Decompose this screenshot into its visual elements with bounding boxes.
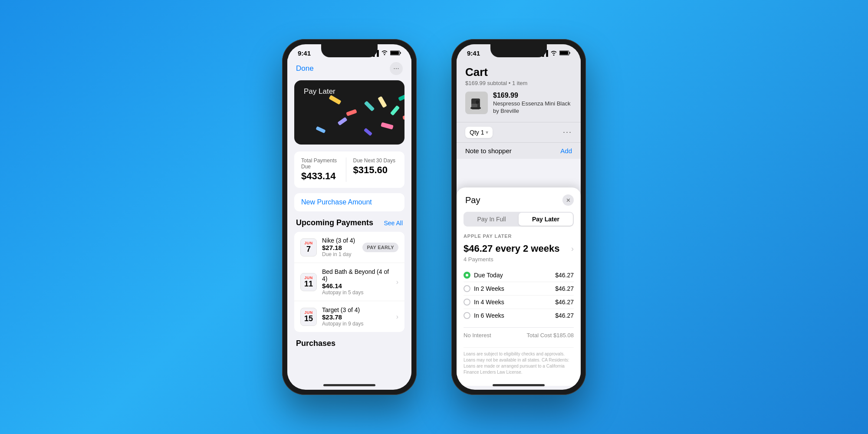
payment-item-target[interactable]: JUN 15 Target (3 of 4) $23.78 Autopay in… — [294, 301, 404, 332]
schedule-label-2w: In 2 Weeks — [474, 285, 504, 292]
more-button[interactable]: ··· — [390, 62, 403, 75]
tab-pay-full[interactable]: Pay In Full — [464, 213, 519, 226]
sprinkle-9 — [402, 114, 404, 120]
new-purchase-label[interactable]: New Purchase Amount — [301, 198, 372, 206]
sprinkle-7 — [378, 96, 387, 108]
apple-pay-logo: Pay — [464, 195, 480, 205]
target-name: Target (3 of 4) — [322, 306, 391, 313]
phone-1-screen: 9:41 ▐▐▐▐ Done ··· — [287, 44, 411, 390]
purchases-title: Purchases — [296, 339, 335, 348]
payment-item-nike[interactable]: JUN 7 Nike (3 of 4) $27.18 Due in 1 day … — [294, 232, 404, 263]
bbb-amount: $46.14 — [322, 282, 391, 289]
no-interest-label: No Interest — [464, 332, 491, 339]
note-label: Note to shopper — [465, 147, 512, 155]
done-button[interactable]: Done — [296, 64, 314, 73]
total-next-label: Due Next 30 Days — [353, 158, 398, 164]
total-due-label: Total Payments Due — [301, 158, 346, 170]
no-interest-row: No Interest Total Cost $185.08 — [464, 327, 574, 343]
total-cost-label: Total Cost $185.08 — [527, 332, 574, 339]
tab-pay-later[interactable]: Pay Later — [519, 213, 573, 226]
nike-sub: Due in 1 day — [322, 251, 357, 257]
schedule-label-today: Due Today — [474, 272, 503, 279]
schedule-item-6w: In 6 Weeks $46.27 — [464, 309, 574, 322]
wifi-icon — [381, 50, 388, 56]
phone-2-screen: 9:41 ▐▐▐▐ Cart $169.99 subtotal • 1 item — [457, 44, 581, 390]
notch-1 — [321, 44, 378, 57]
battery-icon — [390, 50, 401, 56]
close-icon: ✕ — [566, 197, 571, 204]
chevron-icon-2: › — [396, 313, 398, 321]
sprinkle-11 — [398, 94, 404, 101]
qty-chevron-icon: ▾ — [486, 129, 488, 135]
sprinkle-5 — [381, 122, 394, 130]
pay-later-card: Pay Later — [294, 80, 404, 145]
notch-2 — [490, 44, 547, 57]
target-amount: $23.78 — [322, 313, 391, 321]
pay-later-text: Pay Later — [304, 87, 335, 96]
new-purchase-section[interactable]: New Purchase Amount — [294, 193, 404, 211]
more-options-button[interactable]: ··· — [563, 128, 572, 137]
schedule-list: Due Today $46.27 In 2 Weeks $46.27 — [464, 269, 574, 322]
sheet-header: Pay ✕ — [464, 194, 574, 206]
battery-icon-2 — [559, 49, 570, 57]
schedule-left-4w: In 4 Weeks — [464, 299, 504, 306]
schedule-item-today: Due Today $46.27 — [464, 269, 574, 282]
cart-subtitle: $169.99 subtotal • 1 item — [465, 80, 572, 86]
phone2-content: Cart $169.99 subtotal • 1 item $169.99 — [457, 59, 581, 386]
schedule-amount-4w: $46.27 — [555, 299, 574, 306]
apl-payments-sub: 4 Payments — [464, 256, 574, 263]
day-1: 7 — [306, 245, 311, 254]
note-row: Note to shopper Add — [457, 142, 581, 159]
sprinkle-6 — [390, 105, 400, 115]
schedule-left-2w: In 2 Weeks — [464, 285, 504, 292]
home-indicator-2 — [493, 384, 545, 386]
disclaimer-text: Loans are subject to eligibility checks … — [464, 347, 574, 379]
schedule-label-4w: In 4 Weeks — [474, 299, 504, 306]
add-note-button[interactable]: Add — [560, 147, 572, 155]
qty-label: Qty 1 — [470, 129, 484, 136]
target-sub: Autopay in 9 days — [322, 321, 391, 327]
upcoming-section-header: Upcoming Payments See All — [287, 218, 411, 232]
wifi-icon-2 — [550, 49, 557, 57]
radio-2w — [464, 285, 470, 292]
phone-1: 9:41 ▐▐▐▐ Done ··· — [282, 39, 417, 395]
sprinkle-10 — [364, 128, 372, 136]
cart-section: Cart $169.99 subtotal • 1 item $169.99 — [457, 59, 581, 122]
close-button[interactable]: ✕ — [562, 194, 574, 206]
cart-item-row: $169.99 Nespresso Essenza Mini Black by … — [465, 92, 572, 115]
qty-selector[interactable]: Qty 1 ▾ — [465, 127, 493, 138]
apple-pay-sheet: Pay ✕ Pay In Full Pay Later APPLE PAY LA… — [457, 187, 581, 386]
purchases-header: Purchases — [287, 332, 411, 351]
day-3: 15 — [304, 315, 313, 323]
apl-chevron-icon: › — [571, 244, 574, 253]
nav-bar-1: Done ··· — [287, 59, 411, 80]
schedule-label-6w: In 6 Weeks — [474, 312, 504, 319]
card-logo: Pay Later — [302, 87, 335, 96]
pay-early-button[interactable]: PAY EARLY — [362, 243, 398, 252]
schedule-amount-2w: $46.27 — [555, 285, 574, 292]
nike-amount: $27.18 — [322, 244, 357, 251]
sprinkle-3 — [364, 101, 375, 112]
cart-controls: Qty 1 ▾ ··· — [457, 122, 581, 142]
see-all-button[interactable]: See All — [384, 220, 403, 227]
schedule-item-2w: In 2 Weeks $46.27 — [464, 282, 574, 296]
radio-4w — [464, 299, 470, 306]
payment-list: JUN 7 Nike (3 of 4) $27.18 Due in 1 day … — [294, 232, 404, 332]
tab-switcher: Pay In Full Pay Later — [464, 212, 574, 227]
svg-rect-7 — [470, 107, 481, 109]
sprinkle-2 — [346, 109, 357, 116]
bbb-info: Bed Bath & Beyond (4 of 4) $46.14 Autopa… — [322, 268, 391, 296]
total-due: Total Payments Due $433.14 — [301, 158, 346, 182]
pay-text: Pay — [465, 195, 480, 205]
payment-item-bbb[interactable]: JUN 11 Bed Bath & Beyond (4 of 4) $46.14… — [294, 263, 404, 301]
nike-info: Nike (3 of 4) $27.18 Due in 1 day — [322, 237, 357, 257]
time-display-1: 9:41 — [298, 49, 311, 57]
radio-6w — [464, 312, 470, 319]
schedule-left-6w: In 6 Weeks — [464, 312, 504, 319]
product-price: $169.99 — [493, 92, 572, 99]
payment-totals: Total Payments Due $433.14 Due Next 30 D… — [294, 151, 404, 188]
total-next-value: $315.60 — [353, 164, 398, 176]
product-thumbnail — [465, 92, 488, 114]
date-badge-2: JUN 11 — [300, 273, 317, 291]
apl-amount: $46.27 every 2 weeks — [464, 243, 559, 254]
